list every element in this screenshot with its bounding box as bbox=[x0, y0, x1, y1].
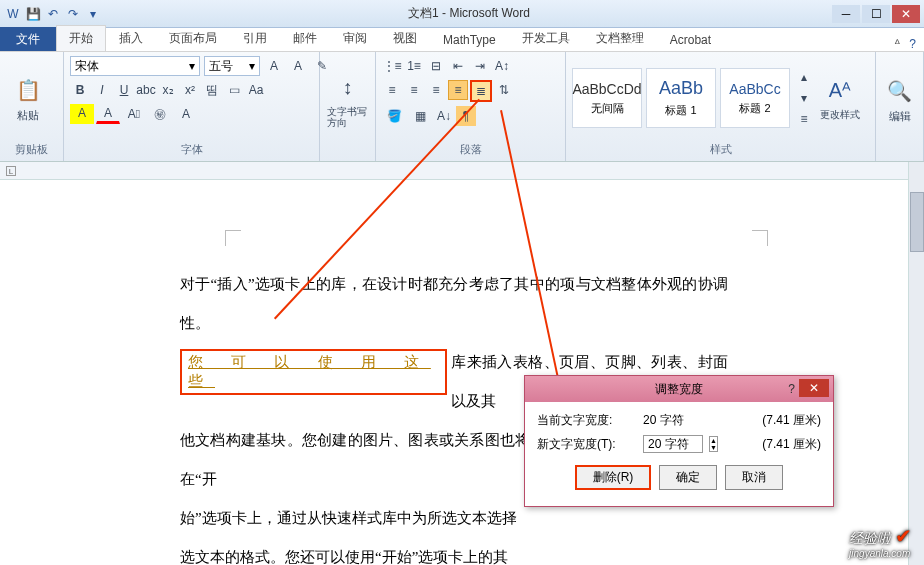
text-direction-label: 文字书写方向 bbox=[327, 106, 368, 128]
styles-more[interactable]: ≡ bbox=[794, 109, 814, 129]
align-center-button[interactable]: ≡ bbox=[404, 80, 424, 100]
selected-text[interactable]: 您 可 以 使 用 这 些 bbox=[188, 353, 431, 389]
distribute-button[interactable]: ≣ bbox=[470, 80, 492, 102]
change-styles-button[interactable]: Aᴬ 更改样式 bbox=[818, 64, 862, 132]
phonetic-button[interactable]: 띰 bbox=[202, 80, 222, 100]
borders-button[interactable]: ▦ bbox=[408, 106, 432, 126]
subscript-button[interactable]: x₂ bbox=[158, 80, 178, 100]
margin-corner-tl bbox=[225, 230, 241, 246]
dialog-close-button[interactable]: ✕ bbox=[799, 379, 829, 397]
current-width-value: 20 字符 bbox=[643, 412, 684, 429]
maximize-button[interactable]: ☐ bbox=[862, 5, 890, 23]
adjust-width-dialog: 调整宽度 ? ✕ 当前文字宽度: 20 字符 (7.41 厘米) 新文字宽度(T… bbox=[524, 375, 834, 507]
superscript-button[interactable]: x² bbox=[180, 80, 200, 100]
tab-references[interactable]: 引用 bbox=[230, 25, 280, 51]
selected-text-highlight: 您 可 以 使 用 这 些 bbox=[180, 349, 447, 395]
tab-developer[interactable]: 开发工具 bbox=[509, 25, 583, 51]
margin-corner-tr bbox=[752, 230, 768, 246]
ribbon-min-icon[interactable]: ᐞ bbox=[894, 37, 901, 51]
spinner-up[interactable]: ▲ bbox=[710, 437, 717, 444]
char-shading-button[interactable]: Aͣ bbox=[122, 104, 146, 124]
scrollbar-thumb[interactable] bbox=[910, 192, 924, 252]
style-heading1[interactable]: AaBb 标题 1 bbox=[646, 68, 716, 128]
paragraph-1: 对于“插入”选项卡上的库，在设计时都充分考虑了其中的项与文档整体外观的协调性。 bbox=[180, 265, 728, 343]
change-case-button[interactable]: Aa bbox=[246, 80, 266, 100]
font-color-button[interactable]: A bbox=[96, 104, 120, 124]
current-width-label: 当前文字宽度: bbox=[537, 412, 637, 429]
highlight-button[interactable]: A bbox=[70, 104, 94, 124]
tab-acrobat[interactable]: Acrobat bbox=[657, 28, 724, 51]
tab-mailings[interactable]: 邮件 bbox=[280, 25, 330, 51]
justify-button[interactable]: ≡ bbox=[448, 80, 468, 100]
underline-button[interactable]: U bbox=[114, 80, 134, 100]
tab-view[interactable]: 视图 bbox=[380, 25, 430, 51]
current-width-cm: (7.41 厘米) bbox=[762, 412, 821, 429]
sort-button[interactable]: A↓ bbox=[434, 106, 454, 126]
grow-font-icon[interactable]: A bbox=[264, 56, 284, 76]
find-icon: 🔍 bbox=[884, 75, 916, 107]
vertical-scrollbar[interactable] bbox=[908, 162, 924, 565]
char-scale-button[interactable]: A bbox=[174, 104, 198, 124]
save-icon[interactable]: 💾 bbox=[24, 5, 42, 23]
new-width-input[interactable] bbox=[643, 435, 703, 453]
decrease-indent-button[interactable]: ⇤ bbox=[448, 56, 468, 76]
document-area[interactable]: 对于“插入”选项卡上的库，在设计时都充分考虑了其中的项与文档整体外观的协调性。 … bbox=[0, 180, 908, 565]
bold-button[interactable]: B bbox=[70, 80, 90, 100]
cancel-button[interactable]: 取消 bbox=[725, 465, 783, 490]
undo-icon[interactable]: ↶ bbox=[44, 5, 62, 23]
font-group-label: 字体 bbox=[70, 140, 313, 157]
spinner-down[interactable]: ▼ bbox=[710, 444, 717, 451]
tab-home[interactable]: 开始 bbox=[56, 25, 106, 51]
show-marks-button[interactable]: ¶ bbox=[456, 106, 476, 126]
tab-file[interactable]: 文件 bbox=[0, 27, 56, 51]
paste-button[interactable]: 📋 粘贴 bbox=[6, 64, 50, 132]
paragraph-5: 选文本的格式。您还可以使用“开始”选项卡上的其 bbox=[180, 538, 728, 565]
tab-layout[interactable]: 页面布局 bbox=[156, 25, 230, 51]
redo-icon[interactable]: ↷ bbox=[64, 5, 82, 23]
style-heading2[interactable]: AaBbCc 标题 2 bbox=[720, 68, 790, 128]
strike-button[interactable]: abc bbox=[136, 80, 156, 100]
dialog-help-icon[interactable]: ? bbox=[788, 382, 795, 396]
word-icon: W bbox=[4, 5, 22, 23]
change-styles-icon: Aᴬ bbox=[824, 74, 856, 106]
qat-more-icon[interactable]: ▾ bbox=[84, 5, 102, 23]
numbering-button[interactable]: 1≡ bbox=[404, 56, 424, 76]
shrink-font-icon[interactable]: A bbox=[288, 56, 308, 76]
help-icon[interactable]: ? bbox=[909, 37, 916, 51]
enclose-char-button[interactable]: ㊙ bbox=[148, 104, 172, 124]
line-spacing-button[interactable]: ⇅ bbox=[494, 80, 514, 100]
bullets-button[interactable]: ⋮≡ bbox=[382, 56, 402, 76]
border-button[interactable]: ▭ bbox=[224, 80, 244, 100]
tab-mathtype[interactable]: MathType bbox=[430, 28, 509, 51]
align-right-button[interactable]: ≡ bbox=[426, 80, 446, 100]
text-direction-button[interactable]: ↕ 文字书写方向 bbox=[326, 66, 369, 134]
styles-scroll-down[interactable]: ▾ bbox=[794, 88, 814, 108]
window-title: 文档1 - Microsoft Word bbox=[106, 5, 832, 22]
minimize-button[interactable]: ─ bbox=[832, 5, 860, 23]
font-name-combo[interactable]: 宋体▾ bbox=[70, 56, 200, 76]
style-no-spacing[interactable]: AaBbCcDd 无间隔 bbox=[572, 68, 642, 128]
delete-button[interactable]: 删除(R) bbox=[575, 465, 652, 490]
styles-group-label: 样式 bbox=[572, 140, 869, 157]
shading-button[interactable]: 🪣 bbox=[382, 106, 406, 126]
dialog-title: 调整宽度 bbox=[655, 381, 703, 398]
asian-layout-button[interactable]: A↕ bbox=[492, 56, 512, 76]
font-size-combo[interactable]: 五号▾ bbox=[204, 56, 260, 76]
paste-icon: 📋 bbox=[12, 74, 44, 106]
increase-indent-button[interactable]: ⇥ bbox=[470, 56, 490, 76]
watermark: 经验啦 ✔ jingyanla.com bbox=[849, 524, 912, 559]
close-button[interactable]: ✕ bbox=[892, 5, 920, 23]
italic-button[interactable]: I bbox=[92, 80, 112, 100]
ok-button[interactable]: 确定 bbox=[659, 465, 717, 490]
editing-button[interactable]: 🔍 编辑 bbox=[882, 66, 917, 134]
align-left-button[interactable]: ≡ bbox=[382, 80, 402, 100]
multilevel-button[interactable]: ⊟ bbox=[426, 56, 446, 76]
styles-scroll-up[interactable]: ▴ bbox=[794, 67, 814, 87]
tab-review[interactable]: 审阅 bbox=[330, 25, 380, 51]
clipboard-group-label: 剪贴板 bbox=[6, 140, 57, 157]
horizontal-ruler[interactable]: L bbox=[0, 162, 924, 180]
paste-label: 粘贴 bbox=[17, 108, 39, 123]
tab-insert[interactable]: 插入 bbox=[106, 25, 156, 51]
new-width-label: 新文字宽度(T): bbox=[537, 436, 637, 453]
tab-docorg[interactable]: 文档整理 bbox=[583, 25, 657, 51]
